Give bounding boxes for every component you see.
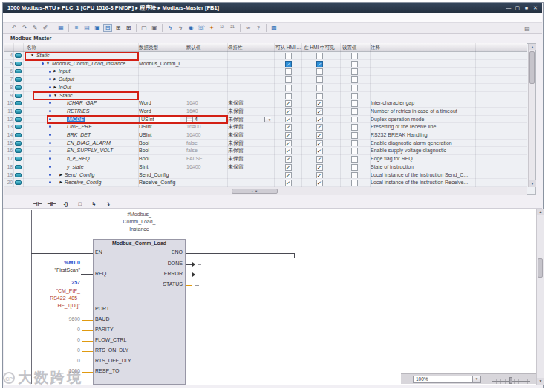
copy-snapshot-to-start-icon[interactable]: ¹² — [218, 24, 226, 32]
restore-icon[interactable]: ▢ — [514, 3, 521, 13]
monitor-all-icon[interactable]: ϟ — [166, 24, 174, 32]
retain-cell[interactable]: 未保留 — [228, 123, 271, 131]
checkbox[interactable] — [316, 76, 323, 83]
default-value-cell[interactable]: 16#0 — [186, 99, 225, 107]
data-type-cell[interactable]: USInt — [139, 116, 180, 122]
maximize-editor-icon[interactable]: ▤ — [523, 24, 532, 33]
table-row[interactable]: 10ICHAR_GAPWord16#0未保留Inter-character ga… — [4, 99, 527, 108]
checkbox[interactable] — [351, 148, 358, 154]
default-value-cell[interactable]: 4 — [186, 116, 225, 123]
checkbox[interactable] — [316, 68, 323, 75]
scroll-thumb[interactable] — [538, 258, 543, 278]
name-cell[interactable]: ▼Static — [24, 52, 145, 59]
default-value-cell[interactable]: 16#0 — [186, 108, 225, 115]
comment-cell[interactable]: State of instruction — [371, 163, 526, 171]
scroll-thumb[interactable] — [529, 51, 535, 84]
grid-view-icon[interactable]: ▩ — [270, 24, 278, 32]
pin-value[interactable]: 0 — [39, 337, 80, 342]
data-type-cell[interactable]: Bool — [139, 147, 183, 154]
retain-cell[interactable]: 未保留 — [228, 147, 271, 154]
data-type-cell[interactable]: Word — [139, 108, 183, 115]
snapshot-icon[interactable]: ◉ — [186, 24, 195, 32]
add-row-icon[interactable]: ⊞ — [124, 24, 133, 32]
table-row[interactable]: 13LINE_PREUSInt16#00未保留Presetting of the… — [4, 123, 527, 131]
checkbox[interactable] — [351, 164, 358, 171]
zoom-select[interactable]: 100% ▼ — [413, 376, 481, 383]
checkbox[interactable] — [285, 85, 292, 91]
retain-cell[interactable]: 未保留 — [228, 140, 271, 147]
expander-icon[interactable]: ▶ — [53, 68, 56, 75]
checkbox[interactable] — [316, 180, 323, 186]
pin-value[interactable]: 0 — [39, 358, 80, 363]
checkbox[interactable] — [351, 100, 358, 107]
load-snapshot-icon[interactable]: ☏ — [197, 24, 206, 32]
data-type-cell[interactable]: Modbus_Comm_L... — [139, 60, 183, 68]
table-row[interactable]: 14BRK_DETUSInt16#00未保留RS232 BREAK Handli… — [4, 131, 527, 140]
retain-cell[interactable]: 未保留▼ — [228, 116, 271, 123]
comment-cell[interactable]: Local instance of the instruction Send_C… — [371, 172, 526, 179]
table-vertical-scrollbar[interactable]: ▲ ▼ — [528, 44, 535, 187]
window-split-icon[interactable]: ▢ — [140, 24, 149, 32]
checkbox[interactable] — [285, 68, 292, 75]
table-row[interactable]: 20▶Receive_ConfigReceive_ConfigLocal ins… — [4, 179, 527, 187]
table-row[interactable]: 19▶Send_ConfigSend_ConfigLocal instance … — [4, 172, 527, 180]
modify-values-icon[interactable]: ϟ — [176, 24, 185, 32]
table-row[interactable]: 5▼Modbus_Comm_Load_InstanceModbus_Comm_L… — [4, 60, 527, 68]
table-row[interactable]: 8▶InOut — [4, 84, 527, 92]
table-row[interactable]: 9▼Static — [4, 92, 527, 100]
open-contact-icon[interactable]: ⊣ ⊢ — [31, 199, 43, 209]
pin-value[interactable]: 0 — [39, 327, 80, 332]
default-value-cell[interactable]: 16#00 — [186, 163, 225, 171]
name-cell[interactable]: ▶Input — [24, 68, 163, 75]
checkbox[interactable] — [351, 117, 358, 123]
data-type-cell[interactable]: USInt — [139, 123, 183, 131]
checkbox[interactable] — [285, 117, 292, 123]
data-type-cell[interactable]: Word — [139, 99, 183, 107]
data-type-cell[interactable]: Bool — [139, 155, 183, 163]
comment-cell[interactable]: Inter-character gap — [371, 99, 526, 107]
checkbox[interactable] — [316, 117, 323, 123]
checkbox[interactable] — [316, 93, 323, 99]
redo-icon[interactable]: ↷ — [20, 24, 29, 32]
pin-value[interactable]: 0 — [39, 347, 80, 353]
retain-cell[interactable]: 未保留 — [228, 155, 271, 163]
operand-port-name[interactable]: HF_1[DI]" — [33, 303, 80, 308]
checkbox[interactable] — [285, 148, 292, 154]
checkbox[interactable] — [351, 172, 358, 179]
name-cell[interactable]: ▶InOut — [24, 84, 163, 91]
checkbox[interactable] — [351, 76, 358, 83]
checkbox[interactable] — [316, 132, 323, 139]
table-row[interactable]: 18y_stateSInt16#00未保留State of instructio… — [4, 163, 527, 172]
checkbox[interactable] — [316, 164, 323, 171]
comment-cell[interactable]: Duplex operation mode — [371, 116, 526, 123]
keep-actual-values-icon[interactable]: ▣ — [93, 24, 102, 32]
copy-start-to-snapshot-icon[interactable]: ²¹ — [228, 24, 237, 32]
default-value-cell[interactable]: false — [186, 147, 225, 154]
default-value-cell[interactable]: false — [186, 140, 225, 147]
retain-cell[interactable]: 未保留 — [228, 163, 271, 171]
undo-icon[interactable]: ↶ — [10, 24, 19, 32]
default-value-cell[interactable]: 16#00 — [186, 123, 225, 131]
name-cell[interactable]: ▼Modbus_Comm_Load_Instance — [24, 60, 156, 68]
chevron-down-icon[interactable]: ▼ — [472, 376, 480, 382]
comment-cell[interactable]: Edge flag for REQ — [371, 155, 526, 163]
close-branch-icon[interactable]: ↴ — [102, 199, 114, 209]
scroll-up-icon[interactable]: ▲ — [529, 44, 536, 50]
expander-icon[interactable]: ▼ — [46, 60, 50, 68]
expander-icon[interactable]: ▶ — [59, 179, 62, 186]
checkbox[interactable] — [285, 124, 292, 131]
browse-icon[interactable] — [186, 116, 193, 122]
checkbox[interactable] — [351, 108, 358, 115]
maximize-icon[interactable]: ■ — [523, 3, 530, 13]
checkbox[interactable] — [285, 140, 292, 147]
operand-port-name[interactable]: RS422_485_ — [33, 295, 80, 301]
checkbox[interactable] — [316, 156, 323, 163]
operand-req-name[interactable]: "FirstScan" — [33, 267, 80, 272]
open-branch-icon[interactable]: ↳ — [88, 199, 99, 209]
comment-cell[interactable]: Presetting of the receive line — [371, 123, 526, 131]
collapse-all-icon[interactable]: ▤ — [82, 24, 91, 32]
expander-icon[interactable]: ▶ — [59, 172, 62, 179]
name-cell[interactable]: ▶Output — [24, 76, 163, 83]
cross-reference-icon[interactable]: ∞ — [244, 24, 252, 32]
edit-snapshot-icon[interactable]: ✐ — [41, 24, 50, 32]
